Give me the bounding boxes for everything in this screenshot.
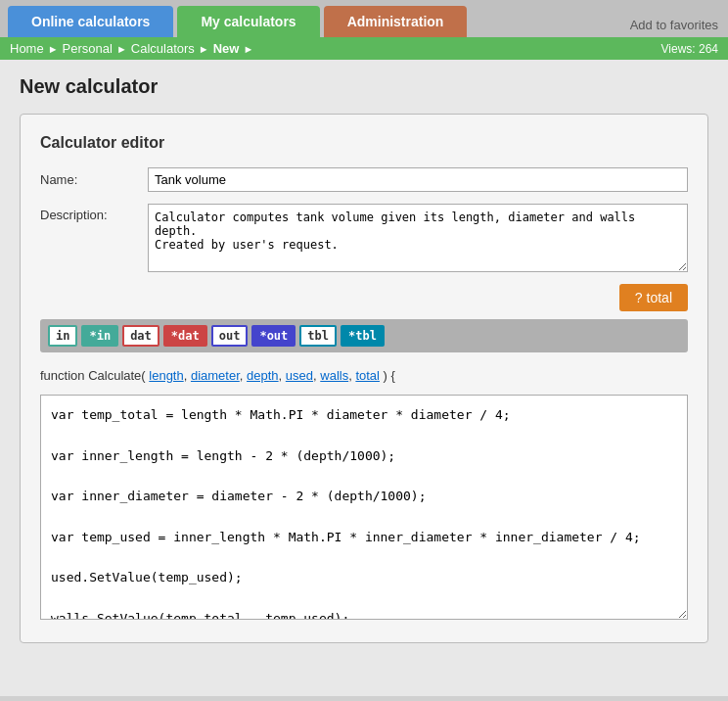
sep3: ► [199,43,209,55]
views-count: Views: 264 [661,42,718,56]
func-prefix: function Calculate( [40,368,149,383]
var-tags: in*indat*datout*outtbl*tbl [40,319,688,352]
desc-row: Description: [40,204,688,272]
func-param-length[interactable]: length [149,368,183,383]
func-param-used[interactable]: used [286,368,313,383]
var-tag-starout[interactable]: *out [251,325,296,347]
breadcrumb-calculators[interactable]: Calculators [131,41,195,56]
total-row: ? total [40,284,688,311]
breadcrumb-bar: Home ► Personal ► Calculators ► New ► Vi… [0,37,728,60]
func-param-depth[interactable]: depth [247,368,279,383]
desc-label: Description: [40,204,148,222]
breadcrumb-current: New [213,41,240,56]
sep2: ► [116,43,127,55]
var-tag-in[interactable]: in [48,325,77,347]
calculator-editor-box: Calculator editor Name: Description: ? t… [20,114,708,643]
tab-online-calculators[interactable]: Online calculators [8,6,173,37]
breadcrumb-home[interactable]: Home [10,41,44,56]
name-input[interactable] [148,167,688,192]
var-tag-stardat[interactable]: *dat [163,325,207,347]
breadcrumb-personal[interactable]: Personal [63,41,113,56]
sep1: ► [48,43,59,55]
func-signature: function Calculate( length, diameter, de… [40,364,688,387]
func-param-walls[interactable]: walls [320,368,348,383]
sep4: ► [243,43,253,55]
var-tag-startbl[interactable]: *tbl [341,325,385,347]
var-tag-dat[interactable]: dat [122,325,159,347]
page-title: New calculator [20,75,708,98]
add-favorites-link[interactable]: Add to favorites [630,18,718,32]
breadcrumb: Home ► Personal ► Calculators ► New ► [10,41,253,56]
editor-title: Calculator editor [40,134,688,152]
page-content: New calculator Calculator editor Name: D… [0,60,728,696]
name-label: Name: [40,172,148,187]
code-editor[interactable] [40,395,688,620]
top-nav: Online calculators My calculators Admini… [0,0,728,37]
tab-administration[interactable]: Administration [324,6,468,37]
var-tag-out[interactable]: out [211,325,249,347]
desc-textarea[interactable] [148,204,688,272]
tab-my-calculators[interactable]: My calculators [177,6,319,37]
var-tag-tbl[interactable]: tbl [299,325,337,347]
total-button[interactable]: ? total [619,284,688,311]
func-param-total[interactable]: total [355,368,380,383]
name-row: Name: [40,167,688,192]
func-param-diameter[interactable]: diameter [191,368,240,383]
func-suffix: ) { [380,368,395,383]
var-tag-starin[interactable]: *in [81,325,118,347]
